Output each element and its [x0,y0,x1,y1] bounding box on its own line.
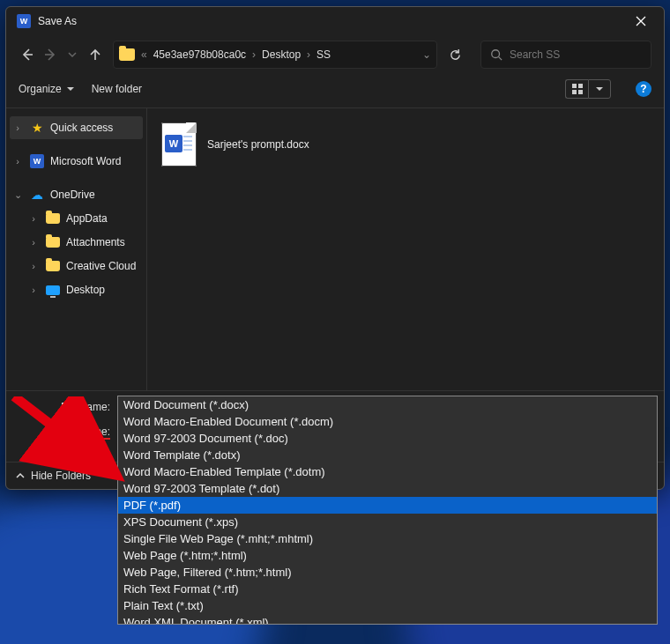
type-option[interactable]: Single File Web Page (*.mht;*.mhtml) [118,530,657,547]
hide-folders-label: Hide Folders [31,470,91,482]
save-as-type-dropdown[interactable]: Word Document (*.docx)Word Macro-Enabled… [117,396,658,625]
file-name: Sarjeet's prompt.docx [207,138,309,151]
type-option[interactable]: Word Template (*.dotx) [118,447,657,463]
toolbar: Organize New folder ? [6,74,664,107]
chevron-right-icon: › [27,261,40,271]
new-folder-label: New folder [92,83,142,95]
file-name-label: File name: [17,401,114,413]
chevron-right-icon: › [27,237,40,248]
chevron-right-icon: › [27,285,40,295]
word-app-icon: W [17,14,31,28]
breadcrumb-prefix: « [140,48,148,61]
sidebar-item-attachments[interactable]: › Attachments [10,231,143,254]
chevron-right-icon: › [11,156,24,167]
sidebar-item-label: Desktop [66,284,105,296]
breadcrumb[interactable]: SS [316,48,331,61]
type-option[interactable]: Word 97-2003 Document (*.doc) [118,430,657,447]
back-button[interactable] [19,41,36,68]
refresh-icon [449,48,462,62]
file-pane[interactable]: W Sarjeet's prompt.docx [147,108,664,390]
sidebar: › ★ Quick access › W Microsoft Word ⌄ ☁ … [6,108,147,390]
address-bar[interactable]: « 45e3ae978b08ca0c › Desktop › SS ⌄ [113,41,437,69]
chevron-right-icon: › [11,122,24,133]
refresh-button[interactable] [446,41,465,69]
organize-button[interactable]: Organize [19,83,74,95]
cloud-icon: ☁ [29,188,45,202]
docx-file-icon: W [161,122,197,167]
save-as-type-label: Save as type: [17,426,114,438]
sidebar-item-ms-word[interactable]: › W Microsoft Word [10,150,143,173]
type-option[interactable]: Web Page (*.htm;*.html) [118,547,657,564]
titlebar: W Save As [6,7,664,35]
sidebar-item-label: OneDrive [50,189,95,201]
sidebar-item-creative-cloud[interactable]: › Creative Cloud [10,255,143,278]
chevron-down-icon [68,50,77,59]
type-option[interactable]: Word XML Document (*.xml) [118,614,657,625]
chevron-right-icon: › [27,213,40,224]
sidebar-item-appdata[interactable]: › AppData [10,207,143,230]
authors-label: Authors: [17,446,114,458]
svg-point-0 [492,50,500,58]
close-icon [636,16,646,26]
sidebar-item-label: Quick access [50,122,113,134]
sidebar-item-label: Creative Cloud [66,260,136,272]
search-icon [490,48,502,61]
type-option[interactable]: XPS Document (*.xps) [118,514,657,530]
type-option[interactable]: Word Macro-Enabled Document (*.docm) [118,413,657,430]
type-option[interactable]: Web Page, Filtered (*.htm;*.html) [118,564,657,581]
chevron-up-icon [15,470,26,481]
chevron-right-icon: › [251,48,257,61]
breadcrumb[interactable]: 45e3ae978b08ca0c [153,48,246,61]
chevron-down-icon [67,87,74,91]
view-mode-button[interactable] [565,79,588,99]
close-button[interactable] [622,8,660,34]
arrow-up-icon [89,48,101,61]
sidebar-item-quick-access[interactable]: › ★ Quick access [10,116,143,139]
type-option[interactable]: Plain Text (*.txt) [118,597,657,614]
file-item[interactable]: W Sarjeet's prompt.docx [158,119,313,170]
grid-icon [572,84,583,94]
sidebar-item-label: Attachments [66,236,125,248]
search-input[interactable] [510,48,642,61]
sidebar-item-label: Microsoft Word [50,155,121,167]
dialog-title: Save As [38,15,77,27]
help-button[interactable]: ? [636,81,651,97]
type-option[interactable]: PDF (*.pdf) [118,497,657,514]
hide-folders-button[interactable]: Hide Folders [15,470,91,482]
word-app-icon: W [30,154,44,168]
folder-icon [46,261,60,271]
type-option[interactable]: Word 97-2003 Template (*.dot) [118,480,657,497]
view-mode-dropdown[interactable] [588,79,611,99]
recent-button[interactable] [63,41,81,68]
folder-icon [119,48,135,61]
folder-icon [46,237,60,248]
type-option[interactable]: Word Document (*.docx) [118,396,657,413]
chevron-right-icon: › [306,48,311,61]
sidebar-item-onedrive[interactable]: ⌄ ☁ OneDrive [10,183,143,206]
chevron-down-icon: ⌄ [11,189,24,201]
type-option[interactable]: Rich Text Format (*.rtf) [118,581,657,597]
folder-icon [46,213,60,224]
monitor-icon [46,285,60,295]
search-box[interactable] [480,41,651,69]
chevron-down-icon [596,87,603,91]
star-icon: ★ [29,121,45,135]
forward-button[interactable] [41,41,59,68]
breadcrumb[interactable]: Desktop [262,48,301,61]
organize-label: Organize [19,83,62,95]
up-button[interactable] [86,41,104,68]
new-folder-button[interactable]: New folder [92,83,142,95]
sidebar-item-label: AppData [66,212,108,225]
arrow-right-icon [43,48,57,62]
navigation-bar: « 45e3ae978b08ca0c › Desktop › SS ⌄ [6,35,664,74]
type-option[interactable]: Word Macro-Enabled Template (*.dotm) [118,463,657,480]
arrow-left-icon [20,48,34,62]
sidebar-item-desktop[interactable]: › Desktop [10,278,143,301]
address-dropdown-icon[interactable]: ⌄ [422,48,431,61]
